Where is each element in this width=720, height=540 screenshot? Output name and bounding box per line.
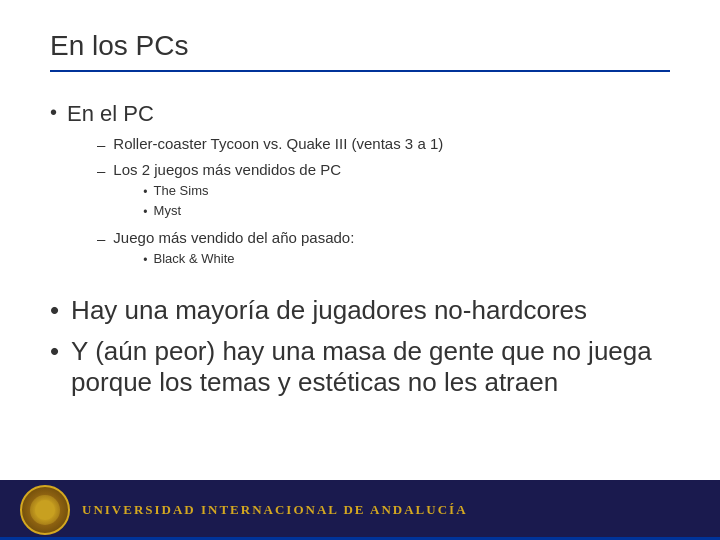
sub-bullet-los2: – Los 2 juegos más vendidos de PC • The … — [97, 159, 443, 224]
large-bullets: • Hay una mayoría de jugadores no-hardco… — [50, 295, 670, 399]
title-section: En los PCs — [50, 30, 670, 72]
bullet-content-1: En el PC – Roller-coaster Tycoon vs. Qua… — [67, 100, 443, 275]
sub-sub-bullet-myst: • Myst — [143, 202, 341, 221]
dash-3: – — [97, 228, 105, 249]
sub-text-juego: Juego más vendido del año pasado: — [113, 229, 354, 246]
sub-sub-bullets-games: • The Sims • Myst — [143, 182, 341, 222]
small-dot-sims: • — [143, 184, 147, 201]
sub-bullets-1: – Roller-coaster Tycoon vs. Quake III (v… — [97, 133, 443, 271]
footer: Universidad Internacional de Andalucía — [0, 480, 720, 540]
small-dot-myst: • — [143, 204, 147, 221]
bullet-level1-pc: • En el PC – Roller-coaster Tycoon vs. Q… — [50, 100, 670, 275]
sub-bullet-juego: – Juego más vendido del año pasado: • Bl… — [97, 227, 443, 271]
text-bw: Black & White — [154, 250, 235, 268]
text-myst: Myst — [154, 202, 181, 220]
dash-2: – — [97, 160, 105, 181]
slide-title: En los PCs — [50, 30, 670, 62]
sub-content-juego: Juego más vendido del año pasado: • Blac… — [113, 227, 354, 271]
sub-text-los2: Los 2 juegos más vendidos de PC — [113, 161, 341, 178]
large-bullet-dot-2: • — [50, 336, 59, 367]
large-bullet-dot-1: • — [50, 295, 59, 326]
bullet-dot-1: • — [50, 102, 57, 122]
content-area: • En el PC – Roller-coaster Tycoon vs. Q… — [50, 90, 670, 419]
sub-content-los2: Los 2 juegos más vendidos de PC • The Si… — [113, 159, 341, 224]
footer-university-text: Universidad Internacional de Andalucía — [82, 502, 468, 518]
slide: En los PCs • En el PC – Roller-coaster T… — [0, 0, 720, 540]
large-bullet-masa: • Y (aún peor) hay una masa de gente que… — [50, 336, 670, 398]
bullet-text-en-el-pc: En el PC — [67, 101, 154, 126]
sub-text-roller: Roller-coaster Tycoon vs. Quake III (ven… — [113, 133, 443, 154]
small-dot-bw: • — [143, 252, 147, 269]
main-content: En los PCs • En el PC – Roller-coaster T… — [0, 0, 720, 480]
large-bullet-text-2: Y (aún peor) hay una masa de gente que n… — [71, 336, 670, 398]
text-sims: The Sims — [154, 182, 209, 200]
large-bullet-mayoria: • Hay una mayoría de jugadores no-hardco… — [50, 295, 670, 326]
large-bullet-text-1: Hay una mayoría de jugadores no-hardcore… — [71, 295, 587, 326]
sub-sub-bullets-bw: • Black & White — [143, 250, 354, 269]
logo-inner — [35, 500, 55, 520]
university-logo — [20, 485, 70, 535]
sub-sub-bullet-bw: • Black & White — [143, 250, 354, 269]
title-underline — [50, 70, 670, 72]
sub-bullet-roller: – Roller-coaster Tycoon vs. Quake III (v… — [97, 133, 443, 155]
sub-sub-bullet-sims: • The Sims — [143, 182, 341, 201]
dash-1: – — [97, 134, 105, 155]
